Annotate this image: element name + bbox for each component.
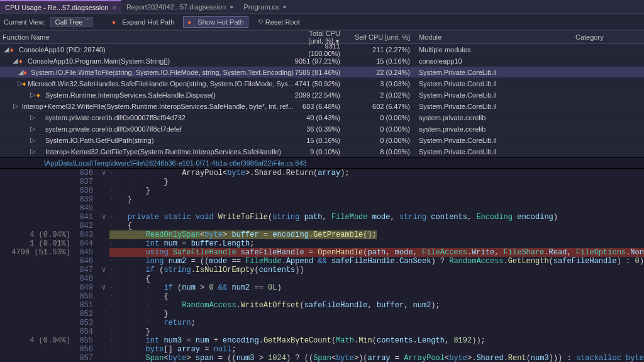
- expander-icon[interactable]: ▷: [30, 136, 36, 144]
- flame-icon: ♦: [19, 57, 28, 65]
- table-row[interactable]: ▷Interop+Kernel32.WriteFile(System.Runti…: [0, 101, 644, 112]
- module-name: System.Private.CoreLib.il: [415, 91, 572, 99]
- total-cpu: 4741 (50.92%): [294, 80, 343, 88]
- table-row[interactable]: ▷♦System.Runtime.InteropServices.SafeHan…: [0, 89, 644, 101]
- total-cpu: 40 (0.43%): [294, 114, 343, 122]
- function-name: system.private.corelib.dll!0x00007ff8cf9…: [45, 114, 186, 122]
- root-icon: ⟲: [257, 18, 263, 26]
- expander-icon[interactable]: ▷: [30, 113, 36, 122]
- module-name: System.Private.CoreLib.il: [415, 137, 572, 144]
- col-self-cpu[interactable]: Self CPU [unit, %]: [343, 33, 415, 41]
- function-grid[interactable]: ◢♦ConsoleApp10 (PID: 28740)9311 (100.00%…: [0, 44, 644, 157]
- table-row[interactable]: ◢♦ConsoleApp10.Program.Main(System.Strin…: [0, 55, 644, 67]
- tab-cpu-usage[interactable]: CPU Usage - Re...57.diagsession ×: [0, 0, 121, 13]
- function-name: System.IO.Path.GetFullPath(string): [45, 137, 153, 144]
- total-cpu: 9 (0.10%): [294, 148, 343, 156]
- table-row[interactable]: ▷Interop+Kernel32.GetFileType(System.Run…: [0, 146, 644, 157]
- line-number-gutter: 8368378388398408418428438448458468478488…: [74, 169, 98, 362]
- expander-icon[interactable]: ◢: [4, 45, 10, 54]
- col-category[interactable]: Category: [572, 33, 644, 41]
- table-row[interactable]: ◢♦ConsoleApp10 (PID: 28740)9311 (100.00%…: [0, 44, 644, 55]
- self-cpu: 0 (0.00%): [343, 114, 415, 122]
- chevron-down-icon: ˇ: [86, 18, 89, 26]
- self-cpu: 22 (0.24%): [343, 69, 415, 76]
- tab-program-cs[interactable]: Program.cs ●: [238, 0, 291, 13]
- table-row[interactable]: ◢♦System.IO.File.WriteToFile(string, Sys…: [0, 67, 644, 78]
- total-cpu: 9311 (100.00%): [294, 42, 343, 57]
- self-cpu: 0 (0.00%): [343, 137, 415, 144]
- function-name: Interop+Kernel32.WriteFile(System.Runtim…: [22, 103, 294, 110]
- code-content[interactable]: · · · · ArrayPool<byte>.Shared.Return(ar…: [109, 169, 644, 362]
- tab-report[interactable]: Report2024042...57.diagsession ●: [121, 0, 238, 13]
- expander-icon[interactable]: ▷: [30, 91, 36, 99]
- self-cpu: 602 (6.47%): [343, 103, 415, 110]
- expander-icon[interactable]: ▷: [18, 79, 23, 88]
- function-name: Microsoft.Win32.SafeHandles.SafeFileHand…: [28, 80, 294, 88]
- self-cpu: 2 (0.02%): [343, 91, 415, 99]
- modified-dot-icon: ●: [230, 3, 233, 10]
- toolbar: Current View: Call Tree ˇ ♦ Expand Hot P…: [0, 14, 644, 30]
- self-cpu: 8 (0.09%): [343, 148, 415, 156]
- expander-icon[interactable]: ◢: [18, 68, 23, 76]
- total-cpu: 7585 (81.46%): [294, 69, 343, 76]
- total-cpu: 603 (6.48%): [294, 103, 343, 110]
- total-cpu: 36 (0.39%): [294, 125, 343, 133]
- tab-label: Program.cs: [243, 3, 279, 11]
- dropdown-value: Call Tree: [55, 18, 82, 26]
- table-row[interactable]: ▷system.private.corelib.dll!0x00007ff8cf…: [0, 112, 644, 123]
- code-editor[interactable]: 4 (0.04%)1 (0.01%)4798 (51.53%)4 (0.04%)…: [0, 169, 644, 362]
- modified-dot-icon: ●: [283, 3, 287, 10]
- expander-icon[interactable]: ▷: [30, 125, 36, 133]
- table-row[interactable]: ▷system.private.corelib.dll!0x00007ff8cf…: [0, 123, 644, 135]
- metrics-gutter: 4 (0.04%)1 (0.01%)4798 (51.53%)4 (0.04%): [0, 169, 74, 362]
- total-cpu: 15 (0.16%): [294, 137, 343, 144]
- table-row[interactable]: ▷♦Microsoft.Win32.SafeHandles.SafeFileHa…: [0, 78, 644, 89]
- col-module[interactable]: Module: [415, 33, 572, 41]
- flame-icon: ♦: [10, 46, 19, 54]
- function-name: Interop+Kernel32.GetFileType(System.Runt…: [45, 148, 281, 156]
- tab-label: CPU Usage - Re...57.diagsession: [5, 4, 108, 11]
- table-row[interactable]: ▷System.IO.Path.GetFullPath(string)15 (0…: [0, 135, 644, 146]
- self-cpu: 3 (0.03%): [343, 80, 415, 88]
- module-name: System.Private.CoreLib.il: [415, 80, 572, 88]
- total-cpu: 2099 (22.54%): [294, 91, 343, 99]
- function-name: System.IO.File.WriteToFile(string, Syste…: [31, 69, 294, 76]
- show-hot-path-button[interactable]: ♦ Show Hot Path: [183, 16, 248, 28]
- module-name: System.Private.CoreLib.il: [415, 148, 572, 156]
- function-name: System.Runtime.InteropServices.SafeHandl…: [45, 91, 216, 99]
- file-path-bar[interactable]: \AppData\Local\Temp\dwsrc\File\28246b36-…: [0, 157, 644, 169]
- module-name: consoleapp10: [415, 57, 572, 65]
- module-name: System.Private.CoreLib.il: [415, 69, 572, 76]
- reset-root-button[interactable]: ⟲ Reset Root: [253, 16, 304, 27]
- total-cpu: 9051 (97.21%): [294, 57, 343, 65]
- expander-icon[interactable]: ▷: [30, 147, 36, 156]
- function-name: ConsoleApp10 (PID: 28740): [19, 46, 106, 54]
- flame-icon: ♦: [187, 18, 195, 26]
- module-name: system.private.corelib: [415, 125, 572, 133]
- current-view-label: Current View:: [4, 18, 45, 26]
- function-name: system.private.corelib.dll!0x00007ff8cf7…: [45, 125, 182, 133]
- fold-gutter[interactable]: ∨∨∨∨: [98, 169, 109, 362]
- module-name: System.Private.CoreLib.il: [415, 103, 572, 110]
- flame-icon: ♦: [23, 80, 28, 88]
- flame-icon: ♦: [112, 18, 119, 26]
- tab-label: Report2024042...57.diagsession: [126, 3, 226, 11]
- col-function-name[interactable]: Function Name: [0, 33, 294, 41]
- expander-icon[interactable]: ▷: [13, 102, 18, 110]
- tab-bar: CPU Usage - Re...57.diagsession × Report…: [0, 0, 644, 14]
- view-dropdown[interactable]: Call Tree ˇ: [50, 17, 93, 27]
- module-name: system.private.corelib: [415, 114, 572, 122]
- self-cpu: 0 (0.00%): [343, 125, 415, 133]
- flame-icon: ♦: [23, 69, 31, 76]
- module-name: Multiple modules: [415, 46, 572, 54]
- self-cpu: 211 (2.27%): [343, 46, 415, 54]
- expand-hot-path-button[interactable]: ♦ Expand Hot Path: [108, 17, 178, 27]
- expander-icon[interactable]: ◢: [13, 57, 19, 65]
- self-cpu: 15 (0.16%): [343, 57, 415, 65]
- function-name: ConsoleApp10.Program.Main(System.String[…: [28, 57, 170, 65]
- close-icon[interactable]: ×: [112, 4, 116, 11]
- flame-icon: ♦: [36, 91, 45, 99]
